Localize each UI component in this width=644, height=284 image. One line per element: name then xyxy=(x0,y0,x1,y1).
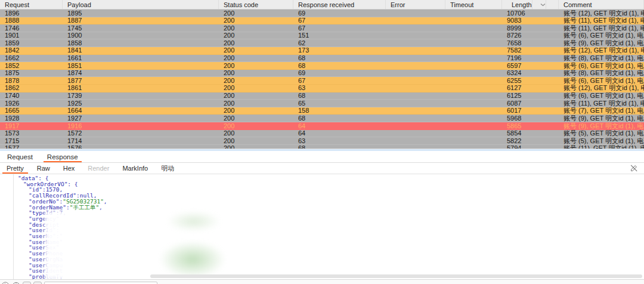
table-row[interactable]: 1665 1664 200 158 6017 账号 (7), GET 明文id … xyxy=(0,107,644,115)
results-table-body: 1896 1895 200 69 10706 账号 (12), GET 明文id… xyxy=(0,10,644,149)
response-horizontal-scrollbar[interactable] xyxy=(150,274,642,278)
table-row[interactable]: 1928 1927 200 68 5968 账号 (9), GET 明文id (… xyxy=(0,115,644,122)
response-format-tabbar: Pretty Raw Hex Render MarkInfo 明动 xyxy=(0,163,644,174)
subtab-raw[interactable]: Raw xyxy=(30,163,57,174)
column-header-timeout[interactable]: Timeout xyxy=(445,0,502,9)
column-header-payload[interactable]: Payload xyxy=(63,0,219,9)
table-row[interactable]: 1842 1841 200 173 7582 账号 (12), GET 明文id… xyxy=(0,47,644,55)
attack-results-table: Request Payload Status code Response rec… xyxy=(0,0,644,149)
subtab-mingdong[interactable]: 明动 xyxy=(154,163,181,174)
table-row[interactable]: 1896 1895 200 69 10706 账号 (12), GET 明文id… xyxy=(0,10,644,17)
subtab-render[interactable]: Render xyxy=(81,163,116,174)
search-prev-button[interactable]: ‹ xyxy=(23,282,31,284)
table-row[interactable]: 1926 1925 200 65 6087 账号 (11), GET 明文id … xyxy=(0,100,644,107)
column-header-status-code[interactable]: Status code xyxy=(219,0,293,9)
subtab-markinfo[interactable]: MarkInfo xyxy=(116,163,154,174)
table-row[interactable]: 1878 1877 200 67 6255 账号 (6), GET 明文id (… xyxy=(0,77,644,85)
message-viewer-tabbar: Request Response xyxy=(0,151,644,163)
table-row[interactable]: 1852 1851 200 68 6597 账号 (6), GET 明文id (… xyxy=(0,62,644,70)
table-row[interactable]: 1662 1661 200 68 7196 账号 (8), GET 明文id (… xyxy=(0,55,644,63)
results-table-header: Request Payload Status code Response rec… xyxy=(0,0,644,10)
table-row[interactable]: 1573 1572 200 64 5854 账号 (5), GET 明文id (… xyxy=(0,130,644,138)
subtab-hex[interactable]: Hex xyxy=(57,163,82,174)
search-icon[interactable] xyxy=(1,282,10,284)
redaction-smudge xyxy=(167,211,221,231)
code-gutter-divider xyxy=(13,174,14,279)
search-next-button[interactable]: › xyxy=(33,282,42,284)
table-row[interactable]: 1859 1858 200 62 7658 账号 (9), GET 明文id (… xyxy=(0,39,644,47)
tab-response[interactable]: Response xyxy=(40,151,85,162)
column-header-comment[interactable]: Comment xyxy=(559,0,644,9)
table-row[interactable]: 1901 1900 200 151 8726 账号 (6), GET 明文id … xyxy=(0,32,644,40)
search-input[interactable] xyxy=(44,282,157,284)
sort-descending-icon xyxy=(535,0,546,9)
read-only-pencil-slash-icon xyxy=(630,164,638,175)
table-row[interactable]: 1740 1739 200 68 6125 账号 (6), GET 明文id (… xyxy=(0,92,644,100)
column-header-response-received[interactable]: Response received xyxy=(293,0,386,9)
redaction-smudge xyxy=(160,241,225,278)
table-row[interactable]: 1577 1576 200 68 5794 账号 (11), GET 明文id … xyxy=(0,145,644,149)
table-row[interactable]: 1715 1714 200 63 5822 账号 (5), GET 明文id (… xyxy=(0,137,644,145)
response-body-panel: "data": {"workOrderVO": {"id":1570,"call… xyxy=(0,174,644,279)
table-row[interactable]: 1875 1874 200 69 6324 账号 (8), GET 明文id (… xyxy=(0,70,644,78)
gear-icon[interactable] xyxy=(12,282,20,284)
table-row[interactable]: 1862 1861 200 63 6127 账号 (12), GET 明文id … xyxy=(0,85,644,92)
table-row[interactable]: 1917 1916 200 64 5865 账号 (9), GET 明文id (… xyxy=(0,122,644,130)
column-header-length[interactable]: Length xyxy=(502,0,559,9)
intruder-results-window: Request Payload Status code Response rec… xyxy=(0,0,644,284)
table-row[interactable]: 1746 1745 200 67 8999 账号 (11), GET 明文id … xyxy=(0,24,644,32)
tab-request[interactable]: Request xyxy=(0,151,40,162)
column-header-error[interactable]: Error xyxy=(386,0,445,9)
column-header-request[interactable]: Request xyxy=(0,0,63,9)
subtab-pretty[interactable]: Pretty xyxy=(0,163,30,174)
table-row[interactable]: 1888 1887 200 67 9083 账号 (11), GET 明文id … xyxy=(0,17,644,25)
search-footer: ‹ › xyxy=(0,279,644,284)
